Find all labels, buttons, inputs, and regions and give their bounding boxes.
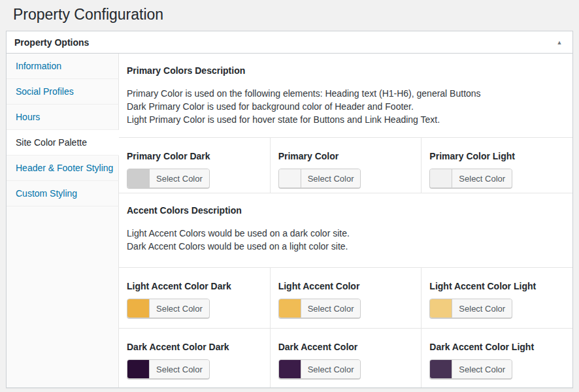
field-label: Light Accent Color Dark <box>127 281 262 291</box>
select-color-button-primary-dark[interactable]: Select Color <box>127 169 210 188</box>
field-label: Dark Accent Color Light <box>429 342 565 352</box>
primary-description-line: Dark Primary Color is used for backgroun… <box>127 100 563 113</box>
primary-colors-description-section: Primary Colors Description Primary Color… <box>119 54 572 138</box>
field-label: Light Accent Color Light <box>429 281 565 291</box>
tab-site-color-palette[interactable]: Site Color Palette <box>7 130 119 155</box>
field-label: Primary Color <box>278 151 414 161</box>
sidebar-filler <box>7 206 119 387</box>
tab-custom-styling[interactable]: Custom Styling <box>7 181 119 206</box>
field-light-accent-color-dark: Light Accent Color Dark Select Color <box>119 268 270 328</box>
primary-description-line: Primary Color is used on the following e… <box>127 87 563 100</box>
select-color-label: Select Color <box>301 299 361 318</box>
field-label: Primary Color Light <box>429 151 565 161</box>
tab-social-profiles[interactable]: Social Profiles <box>7 79 119 105</box>
select-color-label: Select Color <box>301 169 361 188</box>
select-color-label: Select Color <box>452 299 512 318</box>
color-swatch <box>127 169 149 188</box>
field-dark-accent-color-light: Dark Accent Color Light Select Color <box>421 329 572 387</box>
accent-description-line: Light Accent Colors would be used on a d… <box>127 227 563 240</box>
panel-title: Property Options <box>14 31 89 54</box>
field-primary-color: Primary Color Select Color <box>270 138 422 193</box>
tab-hours[interactable]: Hours <box>7 105 119 130</box>
tab-panel-site-color-palette: Primary Colors Description Primary Color… <box>119 54 572 387</box>
dark-accent-colors-row: Dark Accent Color Dark Select Color Dark… <box>119 329 572 387</box>
settings-tab-list: Information Social Profiles Hours Site C… <box>7 54 119 387</box>
select-color-button-dark-accent[interactable]: Select Color <box>278 359 361 379</box>
panel-header: Property Options ▲ <box>7 31 572 54</box>
collapse-panel-button[interactable]: ▲ <box>548 33 571 52</box>
select-color-label: Select Color <box>149 299 209 318</box>
select-color-button-primary[interactable]: Select Color <box>278 169 361 188</box>
field-label: Dark Accent Color <box>278 342 414 352</box>
color-swatch <box>430 299 452 318</box>
color-swatch <box>127 299 149 318</box>
select-color-button-dark-accent-light[interactable]: Select Color <box>429 359 512 379</box>
select-color-button-light-accent-dark[interactable]: Select Color <box>127 299 210 318</box>
select-color-label: Select Color <box>452 169 512 188</box>
field-label: Dark Accent Color Dark <box>127 342 262 352</box>
field-primary-color-dark: Primary Color Dark Select Color <box>119 138 270 193</box>
field-light-accent-color: Light Accent Color Select Color <box>270 268 422 328</box>
panel-body: Information Social Profiles Hours Site C… <box>7 54 572 387</box>
property-options-panel: Property Options ▲ Information Social Pr… <box>6 31 573 388</box>
page-title: Property Configuration <box>0 0 579 29</box>
accent-description-line: Dark Accent Colors would be used on a li… <box>127 240 563 253</box>
primary-colors-description-heading: Primary Colors Description <box>127 65 563 76</box>
color-swatch <box>279 360 301 378</box>
accent-colors-description-section: Accent Colors Description Light Accent C… <box>119 193 572 268</box>
tab-header-footer-styling[interactable]: Header & Footer Styling <box>7 155 119 181</box>
primary-colors-row: Primary Color Dark Select Color Primary … <box>119 138 572 193</box>
select-color-label: Select Color <box>452 360 512 378</box>
tab-information[interactable]: Information <box>7 54 119 79</box>
field-light-accent-color-light: Light Accent Color Light Select Color <box>421 268 572 328</box>
color-swatch <box>279 169 301 188</box>
select-color-label: Select Color <box>301 360 361 378</box>
select-color-button-dark-accent-dark[interactable]: Select Color <box>127 359 210 379</box>
select-color-button-primary-light[interactable]: Select Color <box>429 169 512 188</box>
select-color-label: Select Color <box>149 169 209 188</box>
collapse-arrow-icon: ▲ <box>557 39 563 46</box>
light-accent-colors-row: Light Accent Color Dark Select Color Lig… <box>119 268 572 329</box>
primary-description-line: Light Primary Color is used for hover st… <box>127 113 563 126</box>
accent-colors-description-heading: Accent Colors Description <box>127 205 563 216</box>
field-label: Primary Color Dark <box>127 151 262 161</box>
color-swatch <box>430 169 452 188</box>
field-label: Light Accent Color <box>278 281 414 291</box>
field-dark-accent-color-dark: Dark Accent Color Dark Select Color <box>119 329 270 387</box>
color-swatch <box>279 299 301 318</box>
field-primary-color-light: Primary Color Light Select Color <box>421 138 572 193</box>
color-swatch <box>430 360 452 378</box>
select-color-label: Select Color <box>149 360 209 378</box>
color-swatch <box>127 360 149 378</box>
select-color-button-light-accent-light[interactable]: Select Color <box>429 299 512 318</box>
select-color-button-light-accent[interactable]: Select Color <box>278 299 361 318</box>
field-dark-accent-color: Dark Accent Color Select Color <box>270 329 422 387</box>
